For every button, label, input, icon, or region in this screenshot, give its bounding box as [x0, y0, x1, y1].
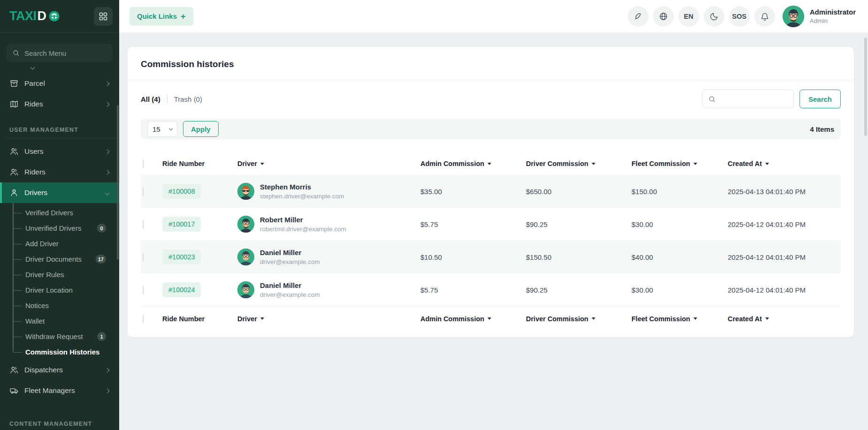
ride-number-pill[interactable]: #100023 — [162, 249, 201, 264]
row-checkbox[interactable] — [143, 286, 144, 294]
row-checkbox[interactable] — [143, 187, 144, 196]
profile-name: Administrator — [810, 8, 856, 16]
sidebar-search[interactable] — [7, 44, 113, 62]
select-all-checkbox[interactable] — [143, 159, 144, 168]
theme-customizer-button[interactable] — [628, 6, 648, 27]
profile-menu[interactable]: Administrator Admin — [783, 6, 856, 27]
tab-trash[interactable]: Trash (0) — [174, 95, 202, 103]
sidebar-subitem-driver-rules[interactable]: Driver Rules — [0, 267, 119, 282]
driver-commission-value: $90.25 — [526, 286, 632, 294]
language-globe-button[interactable] — [653, 6, 674, 27]
tabs-row: All (4) Trash (0) Search — [128, 80, 854, 118]
dark-mode-button[interactable] — [704, 6, 724, 27]
ride-number-pill[interactable]: #100008 — [162, 184, 201, 199]
grid-icon — [99, 12, 107, 21]
col-footer-created-at[interactable]: Created At — [728, 315, 841, 323]
sidebar-subitem-unverified-drivers[interactable]: Unverified Drivers 0 — [0, 220, 119, 236]
profile-text: Administrator Admin — [810, 8, 856, 24]
sidebar-subitem-withdraw-request[interactable]: Withdraw Request 1 — [0, 329, 119, 344]
per-page-select[interactable]: 15 — [147, 121, 177, 137]
page-scrollbar[interactable] — [864, 38, 867, 136]
driver-name: Daniel Miller — [260, 249, 320, 257]
col-footer-admin-commission[interactable]: Admin Commission — [420, 315, 526, 323]
items-count: 4 Items — [810, 125, 834, 133]
chevron-down-icon — [169, 126, 173, 130]
sidebar-item-label: Users — [24, 147, 43, 156]
sidebar-item-users[interactable]: Users — [0, 141, 119, 162]
sidebar-subitem-driver-documents[interactable]: Driver Documents 17 — [0, 251, 119, 267]
sidebar-logo-row: TAXID — [0, 0, 119, 33]
sidebar-toggle-button[interactable] — [94, 7, 113, 26]
driver-cell: Daniel Miller driver@example.com — [237, 249, 420, 265]
col-header-created-at[interactable]: Created At — [728, 160, 841, 167]
plus-icon: + — [181, 12, 186, 21]
sidebar-item-riders[interactable]: Riders — [0, 162, 119, 182]
sidebar-subitem-commission-histories[interactable]: Commission Histories — [0, 344, 119, 360]
chevron-right-icon — [105, 81, 110, 86]
sidebar-item-drivers[interactable]: Drivers — [0, 182, 119, 203]
fleet-commission-value: $150.00 — [632, 188, 728, 196]
sidebar-item-parcel[interactable]: Parcel — [0, 73, 119, 94]
section-divider — [7, 138, 119, 138]
language-code-button[interactable]: EN — [678, 6, 699, 27]
sos-button[interactable]: SOS — [729, 6, 750, 27]
sort-arrow-icon — [487, 163, 491, 165]
chevron-right-icon — [105, 170, 110, 174]
select-all-checkbox[interactable] — [143, 315, 144, 323]
sidebar-subitem-add-driver[interactable]: Add Driver — [0, 236, 119, 251]
sort-arrow-icon — [592, 163, 595, 165]
row-checkbox[interactable] — [143, 220, 144, 229]
chevron-right-icon — [105, 368, 110, 372]
commission-table: Ride Number Driver Admin Commission Driv… — [141, 152, 841, 331]
dispatchers-icon — [9, 365, 19, 375]
col-header-driver-commission[interactable]: Driver Commission — [526, 160, 632, 167]
driver-commission-value: $150.50 — [526, 253, 632, 261]
sidebar-scrollbar[interactable] — [117, 105, 119, 260]
ride-number-pill[interactable]: #100017 — [162, 217, 201, 232]
apply-button[interactable]: Apply — [183, 121, 219, 137]
table-search-box[interactable] — [702, 90, 794, 108]
driver-cell: Robert Miller robertmil.driver@example.c… — [237, 216, 420, 233]
admin-commission-value: $35.00 — [420, 188, 526, 196]
profile-role: Admin — [810, 17, 856, 24]
col-header-admin-commission[interactable]: Admin Commission — [420, 160, 526, 167]
search-button[interactable]: Search — [799, 90, 841, 108]
sidebar-subitem-notices[interactable]: Notices — [0, 298, 119, 313]
chevron-right-icon — [105, 102, 110, 106]
sidebar-subitem-driver-location[interactable]: Driver Location — [0, 282, 119, 298]
col-footer-fleet-commission[interactable]: Fleet Commission — [632, 315, 728, 323]
count-badge: 0 — [97, 224, 106, 233]
commission-histories-card: Commission histories All (4) Trash (0) — [128, 47, 854, 337]
sidebar-search-input[interactable] — [24, 49, 118, 57]
sidebar-item-label: Drivers — [24, 189, 47, 197]
col-footer-driver[interactable]: Driver — [237, 315, 420, 323]
chevron-right-icon — [105, 149, 110, 154]
fleet-commission-value: $40.00 — [632, 253, 728, 261]
sort-arrow-icon — [260, 163, 264, 165]
col-footer-ride-number: Ride Number — [162, 315, 237, 323]
table-footer-row: Ride Number Driver Admin Commission Driv… — [141, 306, 841, 331]
sort-arrow-icon — [693, 317, 697, 320]
table-header-row: Ride Number Driver Admin Commission Driv… — [141, 152, 841, 175]
col-header-driver[interactable]: Driver — [237, 160, 420, 167]
sidebar-item-label: Dispatchers — [24, 366, 63, 374]
sidebar-item-fleet-managers[interactable]: Fleet Managers — [0, 380, 119, 401]
sidebar-item-dispatchers[interactable]: Dispatchers — [0, 360, 119, 380]
sort-arrow-icon — [260, 317, 264, 320]
driver-avatar — [237, 183, 254, 200]
sidebar-subitem-verified-drivers[interactable]: Verified Drivers — [0, 205, 119, 220]
notifications-button[interactable] — [754, 6, 775, 27]
ride-number-pill[interactable]: #100024 — [162, 282, 201, 297]
col-header-fleet-commission[interactable]: Fleet Commission — [632, 160, 728, 167]
search-icon — [12, 49, 20, 57]
fleet-commission-value: $30.00 — [632, 286, 728, 294]
col-footer-driver-commission[interactable]: Driver Commission — [526, 315, 632, 323]
quick-links-button[interactable]: Quick Links + — [129, 7, 193, 26]
table-search-input[interactable] — [720, 95, 788, 103]
sidebar-item-rides[interactable]: Rides — [0, 94, 119, 114]
row-checkbox[interactable] — [143, 253, 144, 262]
created-at-value: 2025-04-12 04:01:40 PM — [728, 220, 841, 228]
sidebar-subitem-wallet[interactable]: Wallet — [0, 313, 119, 329]
admin-commission-value: $10.50 — [420, 253, 526, 261]
tab-all[interactable]: All (4) — [141, 95, 160, 103]
